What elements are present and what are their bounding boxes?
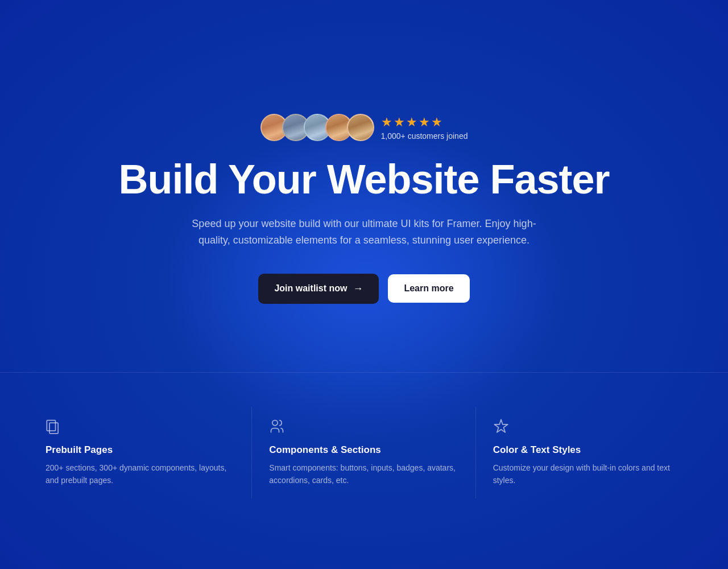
join-waitlist-label: Join waitlist now bbox=[274, 283, 347, 294]
cta-buttons: Join waitlist now → Learn more bbox=[258, 274, 469, 304]
components-icon bbox=[269, 418, 458, 436]
feature-components: Components & Sections Smart components: … bbox=[252, 407, 475, 498]
feature-description: Smart components: buttons, inputs, badge… bbox=[269, 461, 458, 487]
main-heading: Build Your Website Faster bbox=[118, 157, 609, 202]
avatar-group bbox=[260, 114, 374, 141]
learn-more-button[interactable]: Learn more bbox=[388, 274, 469, 303]
social-proof: ★ ★ ★ ★ ★ 1,000+ customers joined bbox=[260, 114, 468, 141]
feature-title: Components & Sections bbox=[269, 444, 458, 456]
svg-rect-1 bbox=[49, 423, 58, 434]
feature-title: Prebuilt Pages bbox=[46, 444, 234, 456]
feature-description: Customize your design with built-in colo… bbox=[493, 461, 682, 487]
hero-section: ★ ★ ★ ★ ★ 1,000+ customers joined Build … bbox=[0, 0, 728, 338]
learn-more-label: Learn more bbox=[404, 283, 453, 293]
feature-prebuilt-pages: Prebuilt Pages 200+ sections, 300+ dynam… bbox=[28, 407, 252, 498]
feature-title: Color & Text Styles bbox=[493, 444, 682, 456]
rating-block: ★ ★ ★ ★ ★ 1,000+ customers joined bbox=[381, 115, 468, 141]
star-icon: ★ bbox=[431, 115, 442, 130]
pages-icon bbox=[46, 418, 234, 436]
star-icon: ★ bbox=[419, 115, 430, 130]
star-icon: ★ bbox=[406, 115, 417, 130]
features-section: Prebuilt Pages 200+ sections, 300+ dynam… bbox=[0, 372, 728, 521]
styles-icon bbox=[493, 418, 682, 436]
star-icon: ★ bbox=[394, 115, 405, 130]
feature-description: 200+ sections, 300+ dynamic components, … bbox=[46, 461, 234, 487]
star-rating: ★ ★ ★ ★ ★ bbox=[381, 115, 442, 130]
sub-heading: Speed up your website build with our ult… bbox=[182, 216, 546, 249]
star-icon: ★ bbox=[381, 115, 392, 130]
svg-rect-0 bbox=[47, 420, 55, 431]
customers-count: 1,000+ customers joined bbox=[381, 131, 468, 141]
feature-styles: Color & Text Styles Customize your desig… bbox=[476, 407, 700, 498]
join-waitlist-button[interactable]: Join waitlist now → bbox=[258, 274, 379, 304]
avatar bbox=[347, 114, 374, 141]
arrow-icon: → bbox=[353, 283, 363, 295]
svg-point-2 bbox=[272, 420, 278, 425]
